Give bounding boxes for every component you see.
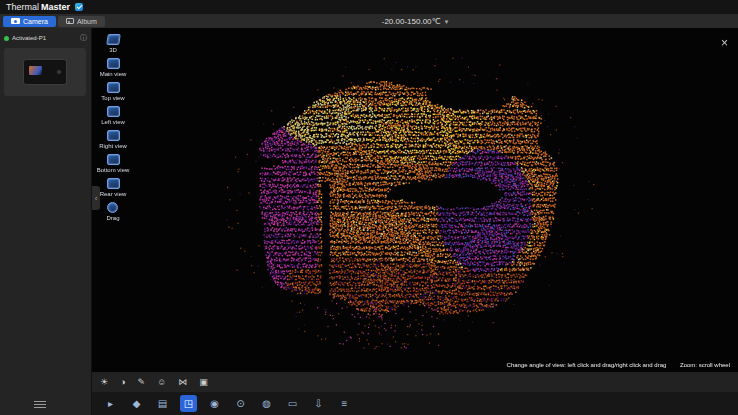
capture-tool-icon[interactable]: ◉ (206, 395, 223, 412)
annotate-icon[interactable]: ✎ (138, 378, 146, 387)
bottom-view-icon (107, 154, 120, 165)
right-view-icon (107, 130, 120, 141)
device-thumbnail[interactable] (4, 48, 86, 96)
rear-view-icon (107, 178, 120, 189)
mirror-icon[interactable]: ⋈ (178, 378, 187, 387)
top-view-icon (107, 82, 120, 93)
album-icon (66, 18, 74, 24)
status-dot-icon (4, 36, 9, 41)
viewer-hint: Change angle of view: left click and dra… (507, 362, 730, 368)
drag-icon (107, 202, 118, 213)
sphere-tool-icon[interactable]: ◍ (258, 395, 275, 412)
chevron-down-icon: ▾ (445, 18, 449, 25)
tab-camera-label: Camera (23, 18, 48, 25)
camera-icon (11, 18, 20, 24)
3d-mode-icon[interactable]: ◳ (180, 395, 197, 412)
window-tool-icon[interactable]: ▭ (284, 395, 301, 412)
app-window: Thermal Master Camera Album -20.00-150.0… (0, 0, 738, 415)
hint-rotate: Change angle of view: left click and dra… (507, 362, 667, 368)
view-right-button[interactable]: Right view (99, 130, 127, 149)
cursor-tool-icon[interactable]: ▸ (102, 395, 119, 412)
tab-camera[interactable]: Camera (3, 16, 56, 27)
contrast-icon[interactable]: ◑ (120, 378, 125, 387)
view-left-button[interactable]: Left view (101, 106, 125, 125)
temp-range-dropdown[interactable]: -20.00-150.00℃ ▾ (92, 17, 738, 26)
image-adjust-toolbar: ☀ ◑ ✎ ☺ ⋈ ▣ (92, 372, 738, 392)
hint-zoom: Zoom: scroll wheel (680, 362, 730, 368)
app-title-thermal: Thermal (6, 2, 39, 12)
view-rear-button[interactable]: Rear view (100, 178, 127, 197)
tab-bar: Camera Album -20.00-150.00℃ ▾ (0, 14, 738, 28)
point-cloud-canvas[interactable] (92, 28, 738, 372)
download-tool-icon[interactable]: ⇩ (310, 395, 327, 412)
view-3d-icon (106, 34, 121, 45)
layers-tool-icon[interactable]: ◆ (128, 395, 145, 412)
logo-badge-icon (75, 3, 83, 11)
title-bar: Thermal Master (0, 0, 738, 14)
device-sidebar: Activated-P1 ⓘ (0, 28, 92, 415)
gallery-tool-icon[interactable]: ▤ (154, 395, 171, 412)
view-top-button[interactable]: Top view (101, 82, 124, 101)
device-image (23, 59, 67, 85)
screenshot-icon[interactable]: ▣ (199, 378, 208, 387)
app-logo: Thermal Master (6, 2, 83, 12)
view-3d-button[interactable]: 3D (107, 34, 120, 53)
main-view-icon (107, 58, 120, 69)
brightness-icon[interactable]: ☀ (100, 378, 108, 387)
left-view-icon (107, 106, 120, 117)
3d-viewer: 3D Main view Top view Left view (92, 28, 738, 372)
device-status-row[interactable]: Activated-P1 ⓘ (4, 33, 87, 43)
device-lens (57, 70, 61, 74)
temp-range-value: -20.00-150.00℃ (382, 17, 441, 26)
drag-button[interactable]: Drag (106, 202, 119, 221)
device-status-label: Activated-P1 (12, 35, 46, 41)
sidebar-menu-icon[interactable] (34, 399, 46, 410)
info-icon[interactable]: ⓘ (80, 33, 87, 43)
mode-bar: ▸ ◆ ▤ ◳ ◉ ⊙ ◍ ▭ ⇩ ≡ (92, 392, 738, 415)
view-bottom-button[interactable]: Bottom view (97, 154, 130, 173)
app-title-master: Master (41, 2, 70, 12)
record-tool-icon[interactable]: ⊙ (232, 395, 249, 412)
emissivity-icon[interactable]: ☺ (157, 378, 166, 387)
view-main-button[interactable]: Main view (100, 58, 127, 77)
close-icon[interactable]: × (721, 36, 728, 50)
device-screen (29, 66, 42, 75)
menu-tool-icon[interactable]: ≡ (336, 395, 353, 412)
collapse-panel-arrow[interactable]: ‹ (92, 186, 100, 210)
